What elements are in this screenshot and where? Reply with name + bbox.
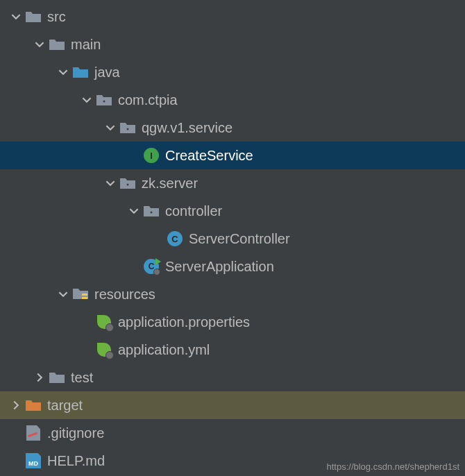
spring-config-icon [96, 314, 112, 330]
tree-item-label: target [47, 391, 83, 419]
tree-item-java[interactable]: java [0, 58, 465, 86]
watermark-text: https://blog.csdn.net/shepherd1st [326, 461, 459, 472]
tree-item-label: application.properties [118, 308, 250, 336]
project-tree: src main java com.ctpia [0, 0, 465, 475]
tree-item-target[interactable]: target [0, 391, 465, 419]
gitignore-file-icon [25, 425, 42, 441]
svg-point-3 [151, 212, 153, 214]
chevron-down-icon[interactable] [81, 94, 93, 106]
tree-item-label: test [71, 364, 93, 391]
tree-item-create-service[interactable]: I CreateService [0, 142, 465, 169]
chevron-down-icon[interactable] [10, 10, 22, 23]
svg-point-1 [127, 128, 129, 130]
tree-item-controller[interactable]: controller [0, 197, 465, 225]
tree-item-src[interactable]: src [0, 3, 465, 31]
tree-item-zk-server[interactable]: zk.server [0, 169, 465, 197]
tree-item-server-application[interactable]: C ServerApplication [0, 253, 465, 280]
spring-boot-app-icon: C [143, 258, 160, 275]
chevron-down-icon[interactable] [104, 177, 117, 189]
tree-item-label: resources [94, 280, 155, 308]
tree-item-label: ServerApplication [165, 253, 274, 280]
chevron-down-icon[interactable] [57, 66, 69, 78]
tree-item-qgw-service[interactable]: qgw.v1.service [0, 114, 465, 142]
tree-item-label: com.ctpia [118, 86, 178, 114]
folder-icon [49, 36, 65, 53]
package-icon [96, 92, 112, 108]
tree-item-main[interactable]: main [0, 31, 465, 58]
tree-item-label: qgw.v1.service [142, 114, 232, 142]
tree-item-label: HELP.md [47, 447, 105, 475]
chevron-right-icon[interactable] [33, 371, 46, 384]
folder-icon [49, 369, 65, 386]
folder-icon [25, 8, 42, 25]
tree-item-label: ServerController [189, 225, 290, 253]
interface-icon: I [143, 147, 160, 164]
source-folder-icon [72, 64, 89, 80]
tree-item-label: main [71, 31, 101, 58]
excluded-folder-icon [25, 397, 42, 414]
tree-item-com-ctpia[interactable]: com.ctpia [0, 86, 465, 114]
chevron-right-icon[interactable] [10, 399, 22, 411]
svg-point-2 [127, 184, 129, 186]
tree-item-app-properties[interactable]: application.properties [0, 308, 465, 336]
tree-item-test[interactable]: test [0, 364, 465, 391]
chevron-down-icon[interactable] [57, 288, 69, 300]
svg-point-0 [103, 101, 105, 103]
svg-rect-4 [82, 294, 87, 296]
package-icon [143, 203, 160, 219]
tree-item-app-yml[interactable]: application.yml [0, 336, 465, 364]
chevron-down-icon[interactable] [104, 121, 117, 134]
tree-item-server-controller[interactable]: C ServerController [0, 225, 465, 253]
tree-item-resources[interactable]: resources [0, 280, 465, 308]
markdown-file-icon [25, 452, 42, 469]
tree-item-label: CreateService [165, 142, 253, 169]
tree-item-label: zk.server [142, 169, 198, 197]
class-icon: C [167, 230, 183, 247]
tree-item-label: application.yml [118, 336, 210, 364]
tree-item-label: controller [165, 197, 222, 225]
tree-item-label: .gitignore [47, 419, 104, 447]
svg-rect-5 [82, 297, 87, 299]
package-icon [119, 119, 136, 136]
package-icon [119, 175, 136, 192]
tree-item-label: java [94, 58, 120, 86]
resources-folder-icon [72, 286, 89, 303]
tree-item-label: src [47, 3, 66, 31]
spring-config-icon [96, 341, 112, 358]
chevron-down-icon[interactable] [128, 205, 140, 217]
tree-item-gitignore[interactable]: .gitignore [0, 419, 465, 447]
chevron-down-icon[interactable] [33, 38, 46, 51]
